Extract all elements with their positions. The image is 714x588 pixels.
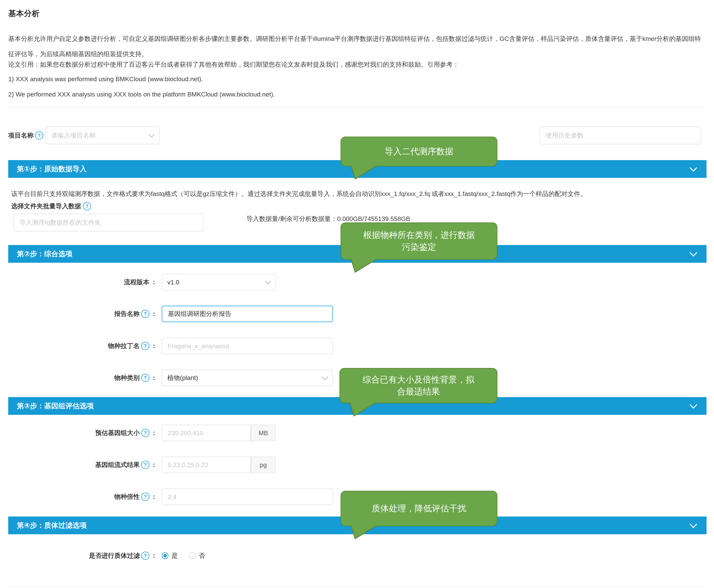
- step4-title: 第④步：质体过滤选项: [17, 521, 87, 530]
- pipeline-version-value: v1.0: [167, 279, 179, 286]
- species-category-value: 植物(plant): [167, 374, 198, 382]
- help-icon[interactable]: ?: [141, 461, 149, 469]
- species-latin-input[interactable]: [167, 342, 327, 350]
- flow-result-label-text: 基因组流式结果: [95, 461, 140, 469]
- project-name-label: 项目名称 ?: [8, 131, 43, 140]
- plastid-filter-label: 是否进行质体过滤 ? ：: [64, 547, 157, 565]
- colon: ：: [151, 551, 157, 560]
- callout-tail: [349, 525, 379, 540]
- history-params-input[interactable]: [545, 131, 696, 139]
- collapse-chevron-icon[interactable]: [690, 249, 697, 257]
- colon: ：: [151, 429, 157, 437]
- genome-size-unit: MB: [251, 425, 276, 441]
- pipeline-version-label: 流程版本：: [64, 274, 157, 290]
- chevron-down-icon: [148, 131, 155, 138]
- folder-input[interactable]: [19, 219, 198, 226]
- flow-result-input[interactable]: [167, 461, 245, 469]
- colon: ：: [151, 310, 157, 318]
- radio-selected-icon[interactable]: [162, 552, 168, 559]
- step1-description: 该平台目前只支持双端测序数据，文件格式要求为fastq格式（可以是gz压缩文件）…: [11, 190, 706, 198]
- citation-reference-2: 2) We performed XXX analysis using XXX t…: [8, 91, 275, 98]
- chevron-down-icon: [265, 278, 271, 285]
- help-icon[interactable]: ?: [141, 429, 149, 437]
- species-category-select[interactable]: 植物(plant): [162, 370, 333, 386]
- genome-size-input-wrap: [162, 425, 251, 441]
- colon: ：: [151, 492, 157, 501]
- flow-result-label: 基因组流式结果 ? ：: [64, 457, 157, 473]
- project-name-label-text: 项目名称: [8, 131, 34, 140]
- basic-analysis-page: 基本分析 基本分析允许用户自定义参数进行分析，可自定义基因组调研图分析各步骤的主…: [0, 0, 714, 588]
- step1-title: 第①步：原始数据导入: [17, 164, 87, 174]
- ploidy-input-wrap: [162, 488, 333, 505]
- help-icon[interactable]: ?: [141, 492, 149, 501]
- project-name-row: 项目名称 ?: [8, 127, 43, 144]
- species-latin-label-text: 物种拉丁名: [108, 342, 140, 350]
- genome-size-label: 预估基因组大小 ? ：: [64, 425, 157, 441]
- callout-tail: [348, 402, 378, 417]
- project-name-placeholder: 请输入项目名称: [51, 131, 96, 140]
- radio-yes-label: 是: [171, 551, 178, 560]
- ploidy-label: 物种倍性 ? ：: [64, 488, 157, 505]
- collapse-chevron-icon[interactable]: [690, 521, 697, 528]
- pipeline-version-select[interactable]: v1.0: [162, 274, 276, 290]
- callout-import-ngs-data: 导入二代测序数据: [341, 136, 497, 166]
- help-icon[interactable]: ?: [141, 552, 149, 560]
- intro-description: 基本分析允许用户自定义参数进行分析，可自定义基因组调研图分析各步骤的主要参数。调…: [8, 31, 706, 62]
- step2-title: 第②步：综合选项: [17, 249, 73, 259]
- report-name-label: 报告名称 ? ：: [64, 306, 157, 322]
- callout-tail: [349, 258, 379, 273]
- genome-size-input[interactable]: [167, 429, 245, 437]
- citation-reference-1: 1) XXX analysis was performed using BMKC…: [8, 76, 203, 83]
- collapse-chevron-icon[interactable]: [690, 164, 697, 172]
- help-icon[interactable]: ?: [141, 374, 149, 382]
- help-icon[interactable]: ?: [141, 342, 149, 350]
- data-quota-text: 导入数据量/剩余可分析数据量：0.000GB/7455139.558GB: [246, 215, 410, 223]
- project-name-select[interactable]: 请输入项目名称: [45, 127, 160, 144]
- species-latin-label: 物种拉丁名 ? ：: [64, 338, 157, 354]
- chevron-down-icon: [322, 374, 328, 380]
- ploidy-label-text: 物种倍性: [114, 492, 140, 501]
- help-icon[interactable]: ?: [141, 310, 149, 318]
- report-name-input-wrap: [162, 306, 333, 322]
- callout-contamination-check: 根据物种所在类别，进行数据污染鉴定: [341, 223, 497, 260]
- bottom-divider: [8, 586, 706, 586]
- colon: ：: [151, 342, 157, 350]
- callout-tail: [349, 165, 379, 180]
- flow-result-unit: pg: [251, 457, 276, 473]
- step3-title: 第③步：基因组评估选项: [17, 401, 94, 411]
- flow-result-input-wrap: [162, 457, 251, 473]
- help-icon[interactable]: ?: [35, 131, 43, 140]
- plastid-filter-label-text: 是否进行质体过滤: [89, 551, 140, 560]
- citation-note: 论文引用：如果您在数据分析过程中使用了百迈客云平台或者获得了其他有效帮助，我们期…: [8, 60, 706, 69]
- colon: ：: [151, 278, 157, 287]
- history-params-input-wrap: [539, 127, 701, 144]
- collapse-chevron-icon[interactable]: [690, 401, 697, 409]
- report-name-input[interactable]: [167, 310, 327, 318]
- species-category-label: 物种类别 ? ：: [64, 370, 157, 386]
- report-name-label-text: 报告名称: [114, 310, 140, 318]
- genome-size-label-text: 预估基因组大小: [95, 429, 140, 437]
- pipeline-version-label-text: 流程版本: [124, 278, 149, 287]
- plastid-filter-radio-group: 是 否: [162, 547, 205, 565]
- folder-import-label-text: 选择文件夹批量导入数据: [11, 202, 81, 210]
- radio-no-label: 否: [199, 551, 205, 560]
- species-latin-input-wrap: [162, 338, 333, 354]
- folder-import-label: 选择文件夹批量导入数据 ?: [11, 202, 91, 210]
- callout-best-fit: 综合已有大小及倍性背景，拟合最适结果: [340, 368, 497, 403]
- ploidy-input[interactable]: [167, 493, 327, 501]
- intro-divider: [8, 107, 706, 107]
- help-icon[interactable]: ?: [83, 202, 91, 210]
- species-category-label-text: 物种类别: [114, 374, 140, 382]
- radio-no[interactable]: 否: [189, 551, 205, 560]
- colon: ：: [151, 374, 157, 382]
- radio-yes[interactable]: 是: [162, 551, 178, 560]
- radio-unselected-icon[interactable]: [189, 552, 196, 559]
- callout-plastid-processing: 质体处理，降低评估干扰: [341, 491, 497, 526]
- folder-input-wrap: [14, 214, 204, 231]
- colon: ：: [151, 461, 157, 469]
- page-title: 基本分析: [8, 8, 40, 19]
